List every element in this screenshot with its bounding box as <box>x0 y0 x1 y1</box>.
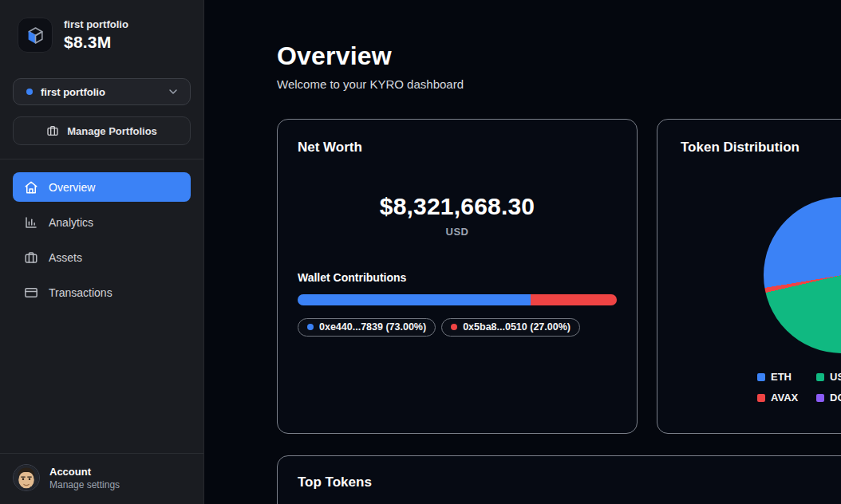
briefcase-icon <box>46 124 59 137</box>
wallet-badge: 0x5ba8...0510 (27.00%) <box>441 318 580 337</box>
net-worth-value: $8,321,668.30 <box>298 193 617 220</box>
top-tokens-title: Top Tokens <box>298 474 841 490</box>
portfolio-controls: first portfolio Manage Portfolios <box>0 78 203 145</box>
app-logo <box>18 18 53 53</box>
portfolio-name: first portfolio <box>64 18 128 30</box>
portfolio-selector[interactable]: first portfolio <box>13 78 191 105</box>
wallet-contribution-bar <box>298 294 617 305</box>
account-button[interactable]: Account Manage settings <box>0 454 203 504</box>
wallet-dot <box>451 324 457 330</box>
cube-logo-icon <box>25 25 46 46</box>
token-distribution-title: Token Distribution <box>681 140 841 156</box>
portfolio-dot <box>26 89 33 95</box>
sidebar: first portfolio $8.3M first portfolio Ma… <box>0 0 204 504</box>
legend-label: USDC <box>830 371 841 383</box>
net-worth-title: Net Worth <box>298 140 617 156</box>
legend-item-usdc: USDC <box>816 371 841 383</box>
legend-label: ETH <box>771 371 792 383</box>
wallet-badge-label: 0x5ba8...0510 (27.00%) <box>463 321 571 333</box>
legend-label: AVAX <box>771 392 798 404</box>
portfolio-total-value: $8.3M <box>64 33 128 52</box>
nav-label: Analytics <box>49 216 93 229</box>
overview-cards-row: Net Worth $8,321,668.30 USD Wallet Contr… <box>277 119 841 434</box>
wallet-badge: 0xe440...7839 (73.00%) <box>298 318 436 337</box>
briefcase-icon <box>24 250 38 265</box>
credit-card-icon <box>24 285 38 300</box>
bar-segment <box>531 294 617 305</box>
account-title: Account <box>49 466 120 478</box>
manage-portfolios-label: Manage Portfolios <box>67 125 157 137</box>
nav-label: Assets <box>49 251 82 264</box>
legend-item-eth: ETH <box>757 371 816 383</box>
legend-swatch <box>757 373 765 381</box>
wallet-dot <box>307 324 314 330</box>
legend-swatch <box>757 394 765 402</box>
sidebar-item-transactions[interactable]: Transactions <box>13 278 191 307</box>
sidebar-item-overview[interactable]: Overview <box>13 172 191 202</box>
account-avatar <box>13 464 40 491</box>
legend-swatch <box>816 373 824 381</box>
bar-chart-icon <box>24 215 38 230</box>
portfolio-selector-label: first portfolio <box>41 86 105 98</box>
legend-item-avax: AVAX <box>757 392 816 404</box>
main-content: Overview Welcome to your KYRO dashboard … <box>204 0 841 504</box>
account-subtitle: Manage settings <box>49 479 120 490</box>
bar-segment <box>298 294 531 305</box>
wallet-pills: 0xe440...7839 (73.00%) 0x5ba8...0510 (27… <box>298 318 617 337</box>
manage-portfolios-button[interactable]: Manage Portfolios <box>13 116 191 145</box>
page-title: Overview <box>277 41 841 70</box>
legend-item-dot: DOT <box>816 392 841 404</box>
token-distribution-card: Token Distribution ETH USDC AVAX DOT <box>657 119 841 434</box>
home-icon <box>24 180 38 195</box>
chevron-down-icon <box>167 85 180 98</box>
sidebar-item-assets[interactable]: Assets <box>13 242 191 272</box>
portfolio-brand: first portfolio $8.3M <box>0 0 203 53</box>
sidebar-nav: Overview Analytics Assets Transactions <box>0 159 203 453</box>
top-tokens-card: Top Tokens <box>277 455 841 504</box>
page-subtitle: Welcome to your KYRO dashboard <box>277 77 841 93</box>
legend-swatch <box>816 394 824 402</box>
net-worth-currency: USD <box>298 226 617 238</box>
token-distribution-pie <box>764 197 841 353</box>
wallet-badge-label: 0xe440...7839 (73.00%) <box>319 321 426 333</box>
nav-label: Transactions <box>49 286 113 299</box>
nav-label: Overview <box>49 181 95 194</box>
pie-legend: ETH USDC AVAX DOT <box>757 371 841 404</box>
wallet-contributions-label: Wallet Contributions <box>298 271 617 284</box>
sidebar-item-analytics[interactable]: Analytics <box>13 207 191 237</box>
net-worth-card: Net Worth $8,321,668.30 USD Wallet Contr… <box>277 119 638 434</box>
legend-label: DOT <box>830 392 841 404</box>
